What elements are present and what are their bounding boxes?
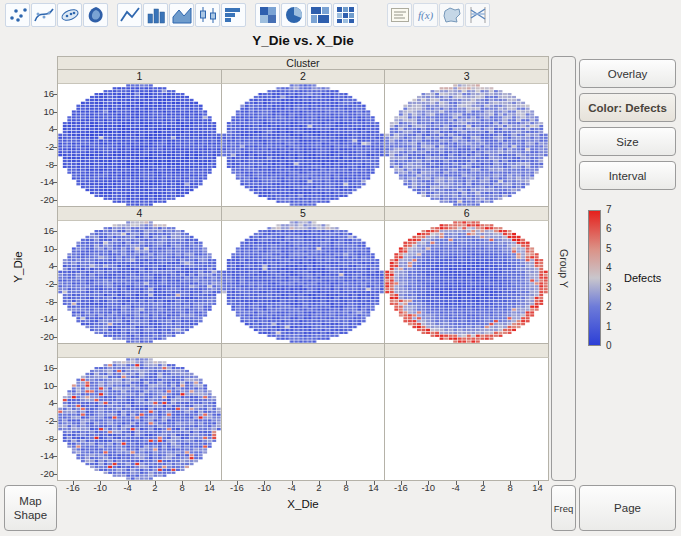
tool-bar-button[interactable] <box>143 3 168 27</box>
contour-icon <box>85 5 107 25</box>
caption-box-icon <box>389 5 411 25</box>
graph-builder-window: f(x) Y_Die vs. X_Die Cluster 1234567 161… <box>0 0 681 536</box>
x-tick-mark <box>210 481 211 485</box>
tool-map-shapes-button[interactable] <box>439 3 464 27</box>
tool-box-plot-button[interactable] <box>195 3 220 27</box>
facet-plot-cluster-2[interactable] <box>222 84 386 207</box>
x-tick-mark <box>483 481 484 485</box>
y-tick-label: -14 <box>34 177 54 187</box>
y-tick-label: -2 <box>34 142 54 152</box>
y-tick-label: -14 <box>34 314 54 324</box>
map-shapes-icon <box>441 5 463 25</box>
x-tick-mark <box>155 481 156 485</box>
y-tick-mark <box>53 165 57 166</box>
legend-gradient[interactable] <box>588 210 601 346</box>
map-shape-dropzone-button[interactable]: Map Shape <box>4 485 57 531</box>
y-tick-mark <box>53 94 57 95</box>
freq-dropzone-button[interactable]: Freq <box>551 485 576 531</box>
legend-tick-label: 7 <box>606 205 612 215</box>
facet-plot-cluster-3[interactable] <box>385 84 549 207</box>
legend-tick-label: 3 <box>606 283 612 293</box>
x-tick-mark <box>182 481 183 485</box>
facet-plot-empty[interactable] <box>385 358 549 481</box>
x-tick-mark <box>346 481 347 485</box>
x-tick-mark <box>100 481 101 485</box>
tool-parallel-button[interactable] <box>465 3 490 27</box>
size-dropzone-button[interactable]: Size <box>579 127 676 156</box>
wafer-map-cluster-1 <box>58 84 221 206</box>
y-axis-title: Y_Die <box>12 241 24 293</box>
ellipse-icon <box>59 5 81 25</box>
y-tick-label: -2 <box>34 279 54 289</box>
map-shape-label-line1: Map <box>19 494 41 508</box>
tool-heatmap-button[interactable] <box>255 3 280 27</box>
area-icon <box>171 5 193 25</box>
color-dropzone-button[interactable]: Color: Defects <box>579 93 676 122</box>
facet-plot-empty[interactable] <box>222 358 386 481</box>
x-tick-mark <box>456 481 457 485</box>
facet-plot-cluster-6[interactable] <box>385 221 549 344</box>
x-tick-mark <box>264 481 265 485</box>
page-dropzone-button[interactable]: Page <box>579 485 676 531</box>
line-icon <box>119 5 141 25</box>
tool-histogram-button[interactable] <box>221 3 246 27</box>
tool-contour-button[interactable] <box>83 3 108 27</box>
bar-icon <box>145 5 167 25</box>
facet-grid: 1234567 <box>57 70 549 481</box>
tool-area-button[interactable] <box>169 3 194 27</box>
y-tick-label: -14 <box>34 451 54 461</box>
tool-ellipse-button[interactable] <box>57 3 82 27</box>
x-tick-mark <box>128 481 129 485</box>
y-tick-mark <box>53 421 57 422</box>
x-tick-mark <box>428 481 429 485</box>
wafer-map-cluster-4 <box>58 221 221 343</box>
tool-line-button[interactable] <box>117 3 142 27</box>
map-shape-label-line2: Shape <box>14 508 47 522</box>
facet-header-cluster-4: 4 <box>58 207 222 221</box>
y-tick-mark <box>53 112 57 113</box>
facet-plot-cluster-5[interactable] <box>222 221 386 344</box>
tool-formula-button[interactable]: f(x) <box>413 3 438 27</box>
x-tick-mark <box>538 481 539 485</box>
facet-plot-cluster-7[interactable] <box>58 358 222 481</box>
y-tick-mark <box>53 456 57 457</box>
color-legend: Defects 76543210 <box>588 205 676 355</box>
y-tick-label: 4 <box>34 124 54 134</box>
y-tick-label: -8 <box>34 434 54 444</box>
x-tick-mark <box>73 481 74 485</box>
group-y-dropzone[interactable]: Group Y <box>551 56 576 481</box>
tool-pie-button[interactable] <box>281 3 306 27</box>
legend-tick-label: 2 <box>606 302 612 312</box>
y-tick-label: -20 <box>34 332 54 342</box>
y-tick-mark <box>53 368 57 369</box>
y-tick-label: -20 <box>34 469 54 479</box>
y-tick-mark <box>53 129 57 130</box>
y-tick-mark <box>53 200 57 201</box>
tool-points-button[interactable] <box>5 3 30 27</box>
y-tick-label: -8 <box>34 297 54 307</box>
y-tick-label: 16 <box>34 226 54 236</box>
y-tick-mark <box>53 284 57 285</box>
y-tick-mark <box>53 182 57 183</box>
facet-header-cluster-5: 5 <box>222 207 386 221</box>
tool-treemap-button[interactable] <box>333 3 358 27</box>
y-tick-mark <box>53 439 57 440</box>
tool-smoother-button[interactable] <box>31 3 56 27</box>
y-tick-label: 10 <box>34 381 54 391</box>
overlay-dropzone-button[interactable]: Overlay <box>579 59 676 88</box>
facet-plot-cluster-1[interactable] <box>58 84 222 207</box>
facet-header-cluster-2: 2 <box>222 70 386 84</box>
treemap-icon <box>335 5 357 25</box>
y-tick-label: 4 <box>34 398 54 408</box>
interval-dropzone-button[interactable]: Interval <box>579 161 676 190</box>
x-tick-mark <box>374 481 375 485</box>
group-x-zone-cluster[interactable]: Cluster <box>57 56 549 70</box>
tool-caption-box-button[interactable] <box>387 3 412 27</box>
y-tick-label: 10 <box>34 244 54 254</box>
facet-plot-cluster-4[interactable] <box>58 221 222 344</box>
y-tick-mark <box>53 249 57 250</box>
points-icon <box>7 5 29 25</box>
x-tick-mark <box>319 481 320 485</box>
y-tick-label: -20 <box>34 195 54 205</box>
tool-mosaic-button[interactable] <box>307 3 332 27</box>
